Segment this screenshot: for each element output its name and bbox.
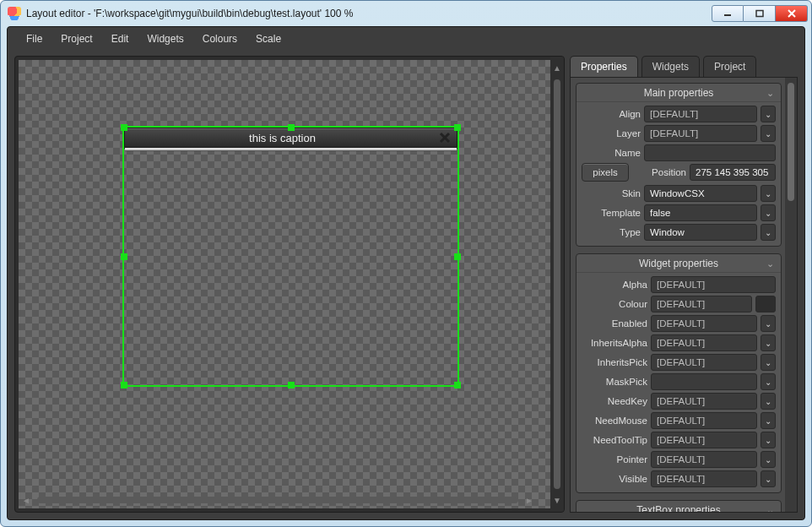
resize-handle-t[interactable] xyxy=(288,124,295,131)
prop-enabled: Enabled[DEFAULT]⌄ xyxy=(582,315,776,332)
prop-align: Align [DEFAULT] ⌄ xyxy=(582,106,776,122)
section-header[interactable]: Widget properties ⌄ xyxy=(577,254,781,273)
prop-need-mouse: NeedMouse[DEFAULT]⌄ xyxy=(582,412,776,429)
dropdown-icon[interactable]: ⌄ xyxy=(761,354,776,371)
inherits-pick-field[interactable]: [DEFAULT] xyxy=(651,354,757,371)
menu-colours[interactable]: Colours xyxy=(196,30,244,48)
enabled-field[interactable]: [DEFAULT] xyxy=(651,315,757,332)
dropdown-icon[interactable]: ⌄ xyxy=(761,412,776,429)
menu-file[interactable]: File xyxy=(19,30,49,48)
need-mouse-field[interactable]: [DEFAULT] xyxy=(651,412,757,429)
section-title: TextBox properties xyxy=(636,504,720,513)
prop-position: Position 275 145 395 305 xyxy=(637,164,776,181)
hscroll-thumb[interactable] xyxy=(37,497,518,503)
properties-body: Main properties ⌄ Align [DEFAULT] ⌄ xyxy=(571,78,785,512)
section-header[interactable]: TextBox properties ⌄ xyxy=(577,501,781,512)
layer-field[interactable]: [DEFAULT] xyxy=(644,125,757,142)
prop-inherits-pick: InheritsPick[DEFAULT]⌄ xyxy=(582,354,776,371)
dropdown-icon[interactable]: ⌄ xyxy=(761,224,776,241)
widget-close-icon[interactable] xyxy=(436,130,453,145)
canvas-hscroll[interactable]: ◄ ► xyxy=(22,495,533,505)
dropdown-icon[interactable]: ⌄ xyxy=(761,204,776,221)
tab-properties[interactable]: Properties xyxy=(570,56,638,77)
widget-caption: this is caption xyxy=(128,132,436,144)
dropdown-icon[interactable]: ⌄ xyxy=(761,393,776,410)
section-main-properties: Main properties ⌄ Align [DEFAULT] ⌄ xyxy=(576,83,782,247)
chevron-right-icon: ► xyxy=(525,496,533,505)
dropdown-icon[interactable]: ⌄ xyxy=(761,432,776,448)
resize-handle-b[interactable] xyxy=(288,382,295,388)
dropdown-icon[interactable]: ⌄ xyxy=(761,125,776,142)
app-icon xyxy=(8,7,21,20)
prop-name: Name xyxy=(582,144,776,161)
inherits-alpha-field[interactable]: [DEFAULT] xyxy=(651,334,757,351)
align-field[interactable]: [DEFAULT] xyxy=(644,106,757,122)
side-tabs: Properties Widgets Project xyxy=(570,56,798,78)
resize-handle-tr[interactable] xyxy=(454,124,461,131)
dropdown-icon[interactable]: ⌄ xyxy=(761,315,776,332)
name-field[interactable] xyxy=(644,144,776,161)
menu-project[interactable]: Project xyxy=(54,30,99,48)
prop-template: Template false ⌄ xyxy=(582,204,776,221)
resize-handle-r[interactable] xyxy=(454,253,461,260)
position-field[interactable]: 275 145 395 305 xyxy=(690,164,776,181)
resize-handle-l[interactable] xyxy=(121,253,127,260)
selection-frame[interactable]: this is caption xyxy=(124,128,457,385)
need-tooltip-field[interactable]: [DEFAULT] xyxy=(651,432,757,448)
alpha-field[interactable]: [DEFAULT] xyxy=(651,276,776,293)
app-window: Layout editor - 'F:\workspace\git\mygui\… xyxy=(0,0,812,527)
dropdown-icon[interactable]: ⌄ xyxy=(761,373,776,390)
chevron-left-icon: ◄ xyxy=(22,496,30,505)
mask-pick-field[interactable] xyxy=(651,373,757,390)
close-button[interactable] xyxy=(776,5,808,22)
canvas-vscroll[interactable]: ▲ ▼ xyxy=(550,57,564,512)
prop-need-tooltip: NeedToolTip[DEFAULT]⌄ xyxy=(582,432,776,448)
prop-pointer: Pointer[DEFAULT]⌄ xyxy=(582,451,776,468)
chevron-up-icon: ▲ xyxy=(553,63,561,73)
chevron-down-icon: ▼ xyxy=(553,496,561,505)
prop-inherits-alpha: InheritsAlpha[DEFAULT]⌄ xyxy=(582,334,776,351)
dropdown-icon[interactable]: ⌄ xyxy=(761,451,776,468)
layout-canvas[interactable]: this is caption xyxy=(19,60,550,508)
vscroll-thumb[interactable] xyxy=(554,79,560,489)
side-scroll-thumb[interactable] xyxy=(788,83,794,201)
menubar: File Project Edit Widgets Colours Scale xyxy=(8,27,804,51)
tab-project[interactable]: Project xyxy=(703,56,756,77)
need-key-field[interactable]: [DEFAULT] xyxy=(651,393,757,410)
app-body: File Project Edit Widgets Colours Scale … xyxy=(7,26,805,520)
resize-handle-tl[interactable] xyxy=(121,124,127,131)
side-panel: Properties Widgets Project Main properti… xyxy=(570,56,798,513)
template-field[interactable]: false xyxy=(644,204,757,221)
minimize-button[interactable] xyxy=(712,5,744,22)
menu-edit[interactable]: Edit xyxy=(105,30,136,48)
dropdown-icon[interactable]: ⌄ xyxy=(761,106,776,122)
type-field[interactable]: Window xyxy=(644,224,757,241)
prop-type: Type Window ⌄ xyxy=(582,224,776,241)
prop-mask-pick: MaskPick⌄ xyxy=(582,373,776,390)
maximize-button[interactable] xyxy=(744,5,776,22)
side-scrollbar[interactable] xyxy=(785,78,797,512)
properties-scroll: Main properties ⌄ Align [DEFAULT] ⌄ xyxy=(570,78,798,513)
dropdown-icon[interactable]: ⌄ xyxy=(761,185,776,202)
colour-swatch[interactable] xyxy=(755,296,776,312)
window-controls xyxy=(712,5,808,22)
chevron-down-icon: ⌄ xyxy=(766,505,774,512)
pixels-button[interactable]: pixels xyxy=(582,163,629,182)
section-header[interactable]: Main properties ⌄ xyxy=(577,84,781,102)
colour-field[interactable]: [DEFAULT] xyxy=(651,296,752,312)
prop-alpha: Alpha[DEFAULT] xyxy=(582,276,776,293)
resize-handle-br[interactable] xyxy=(454,382,461,388)
chevron-down-icon: ⌄ xyxy=(766,258,774,269)
os-titlebar[interactable]: Layout editor - 'F:\workspace\git\mygui\… xyxy=(1,1,811,26)
chevron-down-icon: ⌄ xyxy=(766,88,774,99)
menu-widgets[interactable]: Widgets xyxy=(140,30,190,48)
workspace: this is caption xyxy=(8,51,804,519)
dropdown-icon[interactable]: ⌄ xyxy=(761,470,776,487)
resize-handle-bl[interactable] xyxy=(121,382,127,388)
visible-field[interactable]: [DEFAULT] xyxy=(651,470,757,487)
dropdown-icon[interactable]: ⌄ xyxy=(761,334,776,351)
pointer-field[interactable]: [DEFAULT] xyxy=(651,451,757,468)
skin-field[interactable]: WindowCSX xyxy=(644,185,757,202)
tab-widgets[interactable]: Widgets xyxy=(641,56,700,77)
menu-scale[interactable]: Scale xyxy=(249,30,288,48)
